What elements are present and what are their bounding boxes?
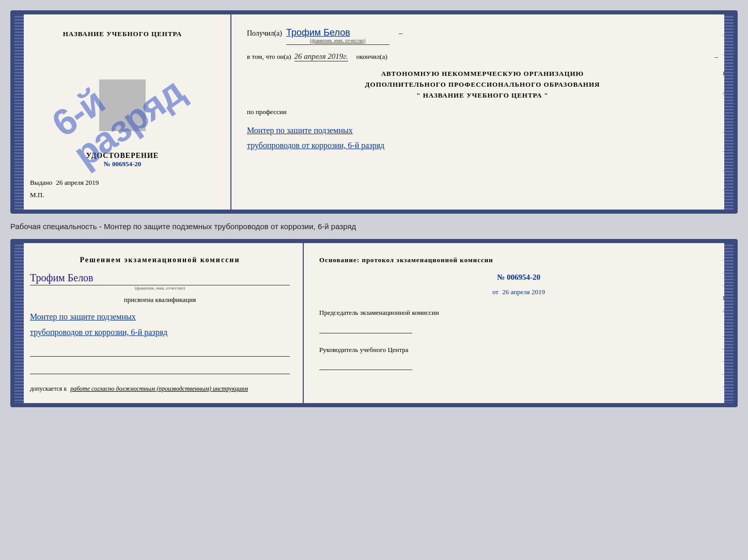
dash-1: – xyxy=(399,29,402,38)
vydano-line: Выдано 26 апреля 2019 xyxy=(25,179,220,187)
poluchil-label: Получил(а) xyxy=(247,29,282,38)
page-wrapper: НАЗВАНИЕ УЧЕБНОГО ЦЕНТРА 6-йразряд УДОСТ… xyxy=(10,10,738,407)
bottom-right-texture xyxy=(724,243,734,403)
caption: Рабочая специальность - Монтер по защите… xyxy=(10,220,738,233)
predsedatel-text: Председатель экзаменационной комиссии xyxy=(319,308,718,318)
profession-text: Монтер по защите подземных трубопроводов… xyxy=(247,123,718,153)
bottom-document: Решением экзаменационной комиссии Трофим… xyxy=(10,239,738,407)
rukovoditel-signature-line xyxy=(319,357,412,370)
protocol-num: № 006954-20 xyxy=(319,273,718,282)
rukovoditel-text: Руководитель учебного Центра xyxy=(319,345,718,355)
vtom-label: в том, что он(а) xyxy=(247,53,291,61)
ot-date-value: 26 апреля 2019 xyxy=(502,288,545,296)
bottom-name: Трофим Белов xyxy=(30,272,290,285)
poluchil-line: Получил(а) Трофим Белов (фамилия, имя, о… xyxy=(247,27,718,45)
po-professii-label: по профессии xyxy=(247,108,718,116)
profession-line2: трубопроводов от коррозии, 6-й разряд xyxy=(247,138,718,153)
blank-line-1 xyxy=(30,347,290,357)
left-title: НАЗВАНИЕ УЧЕБНОГО ЦЕНТРА xyxy=(63,30,182,38)
org-line1: АВТОНОМНУЮ НЕКОММЕРЧЕСКУЮ ОРГАНИЗАЦИЮ xyxy=(247,69,718,79)
qualification-line2: трубопроводов от коррозии, 6-й разряд xyxy=(30,325,290,340)
bottom-right-panel: Основание: протокол экзаменационной коми… xyxy=(304,243,734,403)
dash-2: – xyxy=(715,53,719,61)
bottom-name-sublabel: (фамилия, имя, отчество) xyxy=(30,285,290,291)
ot-prefix: от xyxy=(492,288,498,296)
bottom-left-texture xyxy=(14,243,24,403)
vtom-date: 26 апреля 2019г. xyxy=(294,52,348,61)
rukovoditel-block: Руководитель учебного Центра xyxy=(319,345,718,371)
udostoverenie-block: УДОСТОВЕРЕНИЕ № 006954-20 xyxy=(86,152,159,168)
blank-line-2 xyxy=(30,365,290,374)
bottom-left-panel: Решением экзаменационной комиссии Трофим… xyxy=(14,243,304,403)
qualification-text: Монтер по защите подземных трубопроводов… xyxy=(30,309,290,341)
dopuskaetsya-text: работе согласно должностным (производств… xyxy=(70,385,248,392)
profession-line1: Монтер по защите подземных xyxy=(247,123,718,138)
osnovanie-text: Основание: протокол экзаменационной коми… xyxy=(319,256,718,264)
ot-date: от 26 апреля 2019 xyxy=(319,288,718,296)
left-panel: НАЗВАНИЕ УЧЕБНОГО ЦЕНТРА 6-йразряд УДОСТ… xyxy=(14,14,231,210)
right-panel: Получил(а) Трофим Белов (фамилия, имя, о… xyxy=(231,14,734,210)
bottom-name-block: Трофим Белов (фамилия, имя, отчество) xyxy=(30,269,290,291)
mp-line: М.П. xyxy=(25,191,220,199)
prisvoena-text: присвоена квалификация xyxy=(30,296,290,304)
udostoverenie-title: УДОСТОВЕРЕНИЕ xyxy=(86,152,159,160)
poluchil-sublabel: (фамилия, имя, отчество) xyxy=(286,38,389,43)
dopuskaetsya-prefix: допускается к xyxy=(30,385,67,392)
org-block: АВТОНОМНУЮ НЕКОММЕРЧЕСКУЮ ОРГАНИЗАЦИЮ ДО… xyxy=(247,69,718,101)
top-document: НАЗВАНИЕ УЧЕБНОГО ЦЕНТРА 6-йразряд УДОСТ… xyxy=(10,10,738,214)
predsedatel-signature-line xyxy=(319,321,412,333)
udostoverenie-num: № 006954-20 xyxy=(86,160,159,168)
org-line3: " НАЗВАНИЕ УЧЕБНОГО ЦЕНТРА " xyxy=(247,90,718,101)
dopuskaetsya-line: допускается к работе согласно должностны… xyxy=(30,385,290,393)
vydano-date: 26 апреля 2019 xyxy=(56,179,99,186)
org-line2: ДОПОЛНИТЕЛЬНОГО ПРОФЕССИОНАЛЬНОГО ОБРАЗО… xyxy=(247,79,718,90)
poluchil-name: Трофим Белов (фамилия, имя, отчество) xyxy=(286,27,389,45)
photo-placeholder xyxy=(99,79,146,131)
vtom-line: в том, что он(а) 26 апреля 2019г. окончи… xyxy=(247,52,718,61)
right-texture xyxy=(724,14,734,210)
qualification-line1: Монтер по защите подземных xyxy=(30,309,290,325)
okoncil-label: окончил(а) xyxy=(356,53,387,61)
resheniem-title: Решением экзаменационной комиссии xyxy=(30,256,290,264)
vydano-label: Выдано xyxy=(30,179,52,186)
predsedatel-block: Председатель экзаменационной комиссии xyxy=(319,308,718,333)
